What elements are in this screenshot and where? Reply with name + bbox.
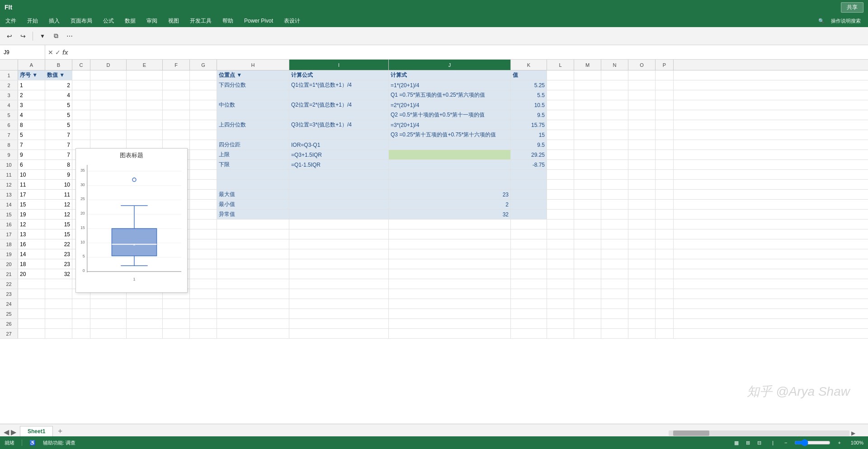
cell-23-M[interactable] <box>574 289 601 299</box>
menu-formula[interactable]: 公式 <box>101 16 116 26</box>
cell-8-G[interactable] <box>190 140 217 150</box>
cell-26-G[interactable] <box>190 319 217 328</box>
cell-24-B[interactable] <box>45 299 72 309</box>
cell-24-C[interactable] <box>72 299 90 309</box>
cell-13-H[interactable]: 最大值 <box>217 190 289 199</box>
cell-4-C[interactable] <box>72 100 90 110</box>
cell-24-N[interactable] <box>601 299 628 309</box>
cell-18-P[interactable] <box>656 239 674 249</box>
cell-27-L[interactable] <box>547 329 574 338</box>
cell-11-H[interactable] <box>217 170 289 179</box>
cell-4-M[interactable] <box>574 100 601 110</box>
cell-4-J[interactable]: =2*(20+1)/4 <box>389 100 511 110</box>
filter-button[interactable]: ▼ <box>37 30 48 42</box>
cell-6-A[interactable]: 8 <box>18 120 45 130</box>
cell-10-A[interactable]: 6 <box>18 160 45 169</box>
cell-11-M[interactable] <box>574 170 601 179</box>
cell-18-H[interactable] <box>217 239 289 249</box>
cell-5-B[interactable]: 5 <box>45 110 72 120</box>
menu-review[interactable]: 审阅 <box>145 16 159 26</box>
cell-6-C[interactable] <box>72 120 90 130</box>
cell-5-N[interactable] <box>601 110 628 120</box>
cell-24-G[interactable] <box>190 299 217 309</box>
cell-2-P[interactable] <box>656 80 674 90</box>
cell-2-J[interactable]: =1*(20+1)/4 <box>389 80 511 90</box>
cell-21-G[interactable] <box>190 269 217 279</box>
cell-4-F[interactable] <box>163 100 190 110</box>
cell-13-J[interactable]: 23 <box>389 190 511 199</box>
copy-button[interactable]: ⧉ <box>50 30 62 42</box>
cell-22-P[interactable] <box>656 279 674 289</box>
cell-8-A[interactable]: 7 <box>18 140 45 150</box>
cell-4-E[interactable] <box>127 100 163 110</box>
cell-19-O[interactable] <box>628 249 656 259</box>
col-header-j[interactable]: J <box>389 60 511 70</box>
cell-6-D[interactable] <box>90 120 127 130</box>
cell-10-K[interactable]: -8.75 <box>511 160 547 169</box>
cell-17-K[interactable] <box>511 229 547 239</box>
cell-26-J[interactable] <box>389 319 511 328</box>
cell-4-G[interactable] <box>190 100 217 110</box>
cell-13-O[interactable] <box>628 190 656 199</box>
cell-13-B[interactable]: 11 <box>45 190 72 199</box>
cell-16-P[interactable] <box>656 220 674 229</box>
scroll-tabs-left[interactable]: ◀ <box>4 428 9 436</box>
cell-25-F[interactable] <box>163 309 190 318</box>
cell-23-I[interactable] <box>289 289 389 299</box>
cell-13-A[interactable]: 17 <box>18 190 45 199</box>
cell-24-O[interactable] <box>628 299 656 309</box>
cell-16-I[interactable] <box>289 220 389 229</box>
cell-25-H[interactable] <box>217 309 289 318</box>
cell-14-I[interactable] <box>289 200 389 209</box>
cell-17-B[interactable]: 15 <box>45 229 72 239</box>
cell-15-K[interactable] <box>511 210 547 219</box>
cell-3-M[interactable] <box>574 90 601 100</box>
cell-14-M[interactable] <box>574 200 601 209</box>
cell-5-K[interactable]: 9.5 <box>511 110 547 120</box>
cell-12-G[interactable] <box>190 180 217 189</box>
cell-25-O[interactable] <box>628 309 656 318</box>
cell-20-P[interactable] <box>656 259 674 269</box>
cell-2-M[interactable] <box>574 80 601 90</box>
cell-10-O[interactable] <box>628 160 656 169</box>
cell-14-H[interactable]: 最小值 <box>217 200 289 209</box>
cell-1-K[interactable]: 值 <box>511 70 547 80</box>
cell-23-N[interactable] <box>601 289 628 299</box>
cell-6-M[interactable] <box>574 120 601 130</box>
cell-6-E[interactable] <box>127 120 163 130</box>
cell-3-A[interactable]: 2 <box>18 90 45 100</box>
cell-3-E[interactable] <box>127 90 163 100</box>
cell-1-C[interactable] <box>72 70 90 80</box>
menu-dev[interactable]: 开发工具 <box>188 16 213 26</box>
cell-18-L[interactable] <box>547 239 574 249</box>
cell-24-H[interactable] <box>217 299 289 309</box>
cell-1-F[interactable] <box>163 70 190 80</box>
cell-23-J[interactable] <box>389 289 511 299</box>
cell-16-K[interactable] <box>511 220 547 229</box>
undo-button[interactable]: ↩ <box>4 30 15 42</box>
cell-2-N[interactable] <box>601 80 628 90</box>
cell-17-P[interactable] <box>656 229 674 239</box>
cell-18-J[interactable] <box>389 239 511 249</box>
cell-3-P[interactable] <box>656 90 674 100</box>
cell-8-N[interactable] <box>601 140 628 150</box>
menu-insert[interactable]: 插入 <box>47 16 61 26</box>
cell-27-F[interactable] <box>163 329 190 338</box>
cell-15-J[interactable]: 32 <box>389 210 511 219</box>
cell-7-M[interactable] <box>574 130 601 140</box>
cell-2-I[interactable]: Q1位置=1*(值总数+1）/4 <box>289 80 389 90</box>
cell-26-N[interactable] <box>601 319 628 328</box>
cell-20-J[interactable] <box>389 259 511 269</box>
cell-27-I[interactable] <box>289 329 389 338</box>
cell-27-D[interactable] <box>90 329 127 338</box>
cell-19-M[interactable] <box>574 249 601 259</box>
cell-23-K[interactable] <box>511 289 547 299</box>
cell-1-D[interactable] <box>90 70 127 80</box>
cell-15-A[interactable]: 19 <box>18 210 45 219</box>
cell-20-K[interactable] <box>511 259 547 269</box>
cell-25-C[interactable] <box>72 309 90 318</box>
cell-11-B[interactable]: 9 <box>45 170 72 179</box>
cell-21-I[interactable] <box>289 269 389 279</box>
col-header-l[interactable]: L <box>547 60 574 70</box>
cell-26-E[interactable] <box>127 319 163 328</box>
